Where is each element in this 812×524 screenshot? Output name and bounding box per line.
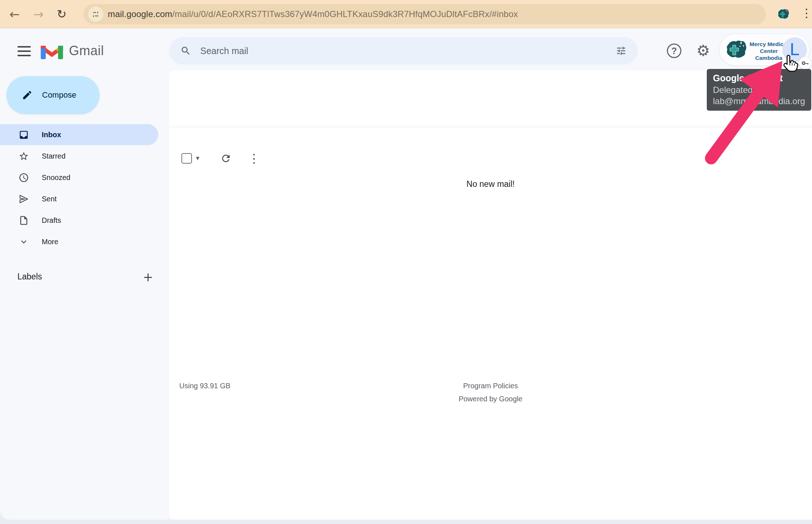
sidebar-item-label: Starred bbox=[42, 152, 66, 160]
avatar-letter: L bbox=[790, 39, 800, 59]
page-bottom-strip bbox=[0, 520, 812, 524]
sidebar-item-more[interactable]: More bbox=[0, 231, 158, 252]
search-icon bbox=[180, 45, 191, 56]
sidebar-item-label: Sent bbox=[42, 195, 57, 203]
star-icon bbox=[18, 151, 29, 161]
program-policies-link[interactable]: Program Policies bbox=[169, 382, 812, 390]
browser-profile-avatar[interactable] bbox=[776, 6, 791, 21]
browser-back-button[interactable]: ← bbox=[6, 5, 23, 23]
refresh-icon bbox=[220, 153, 231, 164]
plus-icon: + bbox=[143, 271, 153, 283]
hamburger-icon bbox=[17, 46, 31, 48]
select-dropdown-caret[interactable]: ▾ bbox=[196, 155, 200, 161]
help-icon: ? bbox=[667, 44, 681, 58]
tooltip-email: lab@mmccambodia.org bbox=[713, 95, 806, 107]
main-menu-button[interactable] bbox=[14, 41, 34, 61]
key-icon bbox=[801, 60, 809, 67]
tune-icon bbox=[92, 10, 100, 18]
filter-tune-icon bbox=[616, 45, 627, 56]
sidebar-item-label: Drafts bbox=[42, 216, 61, 225]
file-icon bbox=[18, 215, 29, 226]
address-bar[interactable]: mail.google.com/mail/u/0/d/AEoRXRS7TlTws… bbox=[83, 4, 766, 24]
compose-button[interactable]: Compose bbox=[7, 76, 99, 114]
forward-icon: → bbox=[33, 8, 44, 20]
toolbar-more-button[interactable]: ⋮ bbox=[243, 147, 265, 169]
sidebar-item-label: Inbox bbox=[42, 131, 61, 139]
gmail-inbox-screenshot: ← → ↻ mail.google.com/mail/u/0/d/AEoRXRS… bbox=[0, 0, 812, 524]
support-button[interactable]: ? bbox=[664, 41, 684, 61]
empty-inbox-message: No new mail! bbox=[169, 179, 812, 189]
select-all-checkbox[interactable] bbox=[181, 153, 192, 164]
divider bbox=[169, 127, 812, 127]
sidebar-item-snoozed[interactable]: Snoozed bbox=[0, 167, 158, 188]
url-domain: mail.google.com bbox=[108, 9, 172, 19]
reload-icon: ↻ bbox=[57, 8, 67, 20]
sidebar-item-inbox[interactable]: Inbox bbox=[0, 124, 158, 145]
divider bbox=[169, 126, 812, 126]
account-tooltip: Google Account Delegated lab@mmccambodia… bbox=[707, 69, 811, 111]
site-info-icon[interactable] bbox=[88, 7, 103, 22]
pencil-icon bbox=[22, 90, 33, 101]
sidebar-item-label: More bbox=[42, 238, 58, 246]
search-bar[interactable]: Search mail bbox=[169, 37, 638, 65]
gmail-wordmark: Gmail bbox=[69, 43, 104, 58]
tooltip-subtitle: Delegated bbox=[713, 84, 806, 95]
labels-heading: Labels bbox=[17, 272, 42, 282]
browser-menu-icon[interactable]: ⋮ bbox=[800, 7, 812, 19]
url-text: mail.google.com/mail/u/0/d/AEoRXRS7TlTws… bbox=[108, 9, 518, 19]
tooltip-title: Google Account bbox=[713, 72, 806, 84]
chevron-down-icon bbox=[18, 236, 29, 247]
sidebar-item-label: Snoozed bbox=[42, 173, 70, 182]
powered-by-google: Powered by Google bbox=[169, 395, 812, 403]
add-label-button[interactable]: + bbox=[141, 270, 155, 284]
search-button[interactable] bbox=[174, 39, 197, 62]
url-path: /mail/u/0/d/AEoRXRS7TlTws367yW4m0GHLTKxa… bbox=[172, 9, 518, 19]
search-input[interactable]: Search mail bbox=[200, 46, 610, 56]
search-options-button[interactable] bbox=[610, 39, 633, 62]
sidebar-item-drafts[interactable]: Drafts bbox=[0, 210, 158, 231]
gear-icon: ⚙ bbox=[696, 43, 710, 58]
clock-icon bbox=[18, 172, 29, 183]
refresh-button[interactable] bbox=[215, 147, 237, 169]
labels-section: Labels + bbox=[0, 266, 158, 288]
sidebar-item-sent[interactable]: Sent bbox=[0, 188, 158, 209]
sidebar-item-starred[interactable]: Starred bbox=[0, 146, 158, 167]
profile-logo-icon bbox=[777, 8, 790, 20]
send-icon bbox=[18, 193, 29, 204]
mail-list-panel: ▾ ⋮ No new mail! Using 93.91 GB Program … bbox=[169, 70, 812, 520]
delegated-key-badge bbox=[799, 57, 811, 69]
compose-label: Compose bbox=[42, 90, 76, 100]
browser-forward-button[interactable]: → bbox=[30, 5, 47, 23]
gmail-logo[interactable]: Gmail bbox=[41, 41, 113, 60]
gmail-m-icon bbox=[41, 42, 63, 59]
inbox-icon bbox=[18, 129, 29, 140]
back-icon: ← bbox=[9, 8, 20, 20]
settings-button[interactable]: ⚙ bbox=[693, 41, 713, 61]
browser-toolbar: ← → ↻ mail.google.com/mail/u/0/d/AEoRXRS… bbox=[0, 0, 812, 28]
mercy-medical-logo bbox=[725, 38, 747, 60]
browser-reload-button[interactable]: ↻ bbox=[53, 5, 70, 23]
